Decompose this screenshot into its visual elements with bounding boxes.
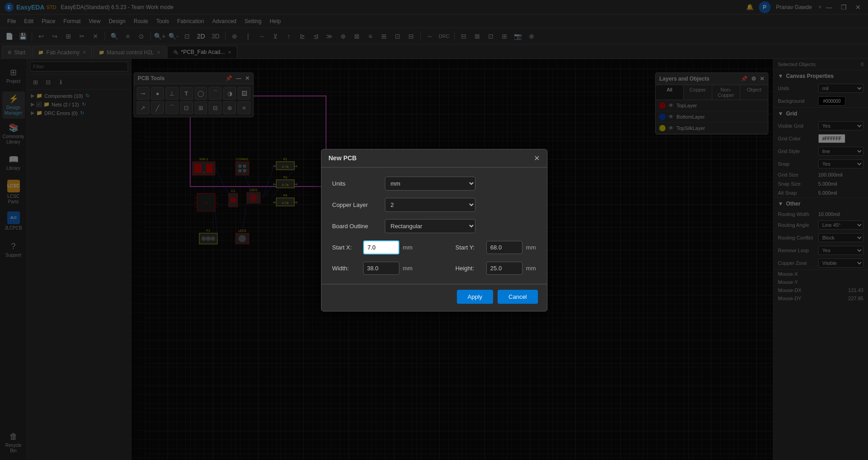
modal-start-y-input[interactable]	[486, 241, 523, 254]
modal-height-input[interactable]	[486, 262, 523, 275]
modal-width-pair: Width: mm	[332, 262, 413, 275]
modal-height-label: Height:	[456, 265, 483, 272]
modal-copper-select[interactable]: 1 2 4 6 8	[385, 198, 475, 212]
modal-board-select[interactable]: Rectangular Circular Custom	[385, 219, 475, 233]
modal-start-x-label: Start X:	[332, 244, 360, 251]
apply-button[interactable]: Apply	[457, 290, 494, 304]
modal-units-label: Units	[332, 180, 378, 187]
modal-width-input[interactable]	[363, 262, 399, 275]
modal-start-x-pair: Start X: mm	[332, 240, 413, 254]
modal-height-unit: mm	[526, 265, 536, 272]
modal-start-y-label: Start Y:	[456, 244, 483, 251]
modal-size-row: Width: mm Height: mm	[332, 262, 536, 275]
modal-start-row: Start X: mm Start Y: mm	[332, 240, 536, 254]
modal-start-y-pair: Start Y: mm	[456, 241, 536, 254]
modal-board-outline-row: Board Outline Rectangular Circular Custo…	[332, 219, 536, 233]
modal-title: New PCB	[329, 154, 357, 162]
modal-units-select[interactable]: mm mil inch	[385, 177, 475, 191]
cancel-button[interactable]: Cancel	[498, 290, 537, 304]
modal-width-label: Width:	[332, 265, 360, 272]
modal-close-button[interactable]: ✕	[534, 154, 540, 163]
modal-units-row: Units mm mil inch	[332, 177, 536, 191]
modal-height-pair: Height: mm	[456, 262, 536, 275]
modal-overlay: New PCB ✕ Units mm mil inch Copper Layer…	[0, 0, 868, 460]
modal-width-unit: mm	[403, 265, 413, 272]
modal-footer: Apply Cancel	[321, 284, 547, 311]
modal-start-y-unit: mm	[526, 244, 536, 251]
modal-body: Units mm mil inch Copper Layer 1 2 4 6 8	[321, 168, 547, 284]
modal-board-label: Board Outline	[332, 223, 378, 230]
modal-copper-row: Copper Layer 1 2 4 6 8	[332, 198, 536, 212]
new-pcb-dialog: New PCB ✕ Units mm mil inch Copper Layer…	[321, 149, 547, 311]
modal-start-x-input[interactable]	[363, 240, 399, 254]
modal-start-x-unit: mm	[403, 244, 413, 251]
modal-copper-label: Copper Layer	[332, 201, 378, 208]
modal-header: New PCB ✕	[321, 149, 547, 168]
